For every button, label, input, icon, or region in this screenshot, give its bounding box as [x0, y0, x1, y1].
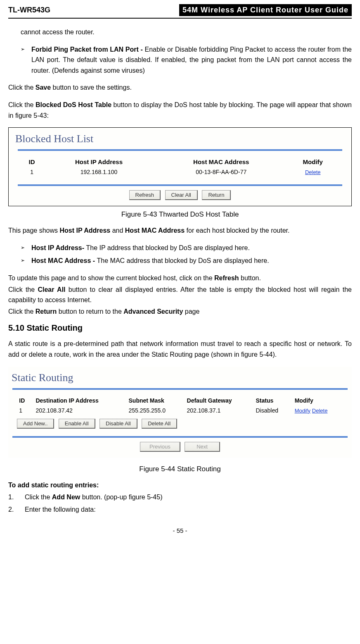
blocked-host-table: ID Host IP Address Host MAC Address Modi…: [21, 157, 339, 177]
cell-mac: 00-13-8F-AA-6D-77: [155, 167, 287, 177]
refresh-button[interactable]: Refresh: [129, 190, 161, 200]
section-heading-static-routing: 5.10 Static Routing: [8, 323, 352, 333]
page-header: TL-WR543G 54M Wireless AP Client Router …: [8, 4, 352, 19]
modify-link[interactable]: Modify: [295, 408, 310, 414]
col-dest-ip: Destination IP Address: [32, 396, 125, 405]
page-number: - 55 -: [8, 527, 352, 534]
step-2: 2. Enter the following data:: [8, 504, 352, 515]
fig544-caption: Figure 5-44 Static Routing: [8, 465, 352, 473]
add-new-button[interactable]: Add New..: [17, 419, 54, 429]
next-button[interactable]: Next: [185, 442, 220, 452]
col-host-ip: Host IP Address: [43, 157, 156, 167]
divider-icon: [12, 388, 348, 390]
bullet-marker-icon: ➢: [21, 44, 31, 76]
col-id: ID: [21, 157, 43, 167]
static-routing-table: ID Destination IP Address Subnet Mask De…: [16, 396, 344, 415]
para-static-routing: A static route is a pre-determined path …: [8, 339, 352, 360]
bullet-marker-icon: ➢: [21, 255, 31, 266]
add-static-heading: To add static routing entries:: [8, 480, 352, 491]
table-row: 1 202.108.37.42 255.255.255.0 202.108.37…: [16, 405, 344, 415]
col-modify: Modify: [287, 157, 339, 167]
cell-id: 1: [21, 167, 43, 177]
clear-all-button[interactable]: Clear All: [165, 190, 198, 200]
header-guide-title: 54M Wireless AP Client Router User Guide: [179, 4, 352, 16]
col-modify: Modify: [291, 396, 344, 405]
para-refresh: To update this page and to show the curr…: [8, 273, 352, 284]
col-host-mac: Host MAC Address: [155, 157, 287, 167]
step-1: 1. Click the Add New button. (pop-up fig…: [8, 492, 352, 503]
delete-link[interactable]: Delete: [312, 408, 328, 414]
bullet-bold: Forbid Ping Packet from LAN Port -: [31, 46, 145, 53]
bullet-marker-icon: ➢: [21, 243, 31, 253]
cell-ip: 192.168.1.100: [43, 167, 156, 177]
divider-icon: [18, 184, 342, 186]
col-default-gw: Default Gateway: [184, 396, 253, 405]
ol-number: 1.: [8, 492, 25, 503]
divider-icon: [12, 436, 348, 438]
bullet-host-ip: ➢ Host IP Address- The IP address that b…: [21, 243, 352, 253]
table-row: 1 192.168.1.100 00-13-8F-AA-6D-77 Delete: [21, 167, 339, 177]
cell-status: Disabled: [252, 405, 291, 415]
cell-mask: 255.255.255.0: [126, 405, 184, 415]
header-model: TL-WR543G: [8, 6, 50, 14]
return-button[interactable]: Return: [202, 190, 231, 200]
para-return: Click the Return button to return to the…: [8, 306, 352, 317]
col-subnet-mask: Subnet Mask: [126, 396, 184, 405]
delete-all-button[interactable]: Delete All: [142, 419, 177, 429]
para-this-page: This page shows Host IP Address and Host…: [8, 225, 352, 236]
divider-icon: [18, 149, 342, 151]
para-clearall: Click the Clear All button to clear all …: [8, 284, 352, 305]
cell-gw: 202.108.37.1: [184, 405, 253, 415]
intro-fragment: cannot access the router.: [21, 27, 352, 38]
cell-dest: 202.108.37.42: [32, 405, 125, 415]
figure-static-routing: Static Routing ID Destination IP Address…: [8, 367, 352, 458]
previous-button[interactable]: Previous: [140, 442, 180, 452]
fig544-title: Static Routing: [12, 372, 349, 384]
col-id: ID: [16, 396, 32, 405]
cell-id: 1: [16, 405, 32, 415]
ol-number: 2.: [8, 504, 25, 515]
figure-blocked-host-list: Blocked Host List ID Host IP Address Hos…: [8, 127, 352, 206]
enable-all-button[interactable]: Enable All: [59, 419, 95, 429]
fig543-title: Blocked Host List: [15, 133, 349, 145]
bullet-forbid-ping: ➢ Forbid Ping Packet from LAN Port - Ena…: [21, 44, 352, 76]
fig543-caption: Figure 5-43 Thwarted DoS Host Table: [8, 210, 352, 219]
col-status: Status: [252, 396, 291, 405]
delete-link[interactable]: Delete: [305, 169, 321, 175]
bullet-host-mac: ➢ Host MAC Address - The MAC address tha…: [21, 255, 352, 266]
para-blocked: Click the Blocked DoS Host Table button …: [8, 100, 352, 121]
para-save: Click the Save button to save the settin…: [8, 82, 352, 93]
disable-all-button[interactable]: Disable All: [99, 419, 137, 429]
